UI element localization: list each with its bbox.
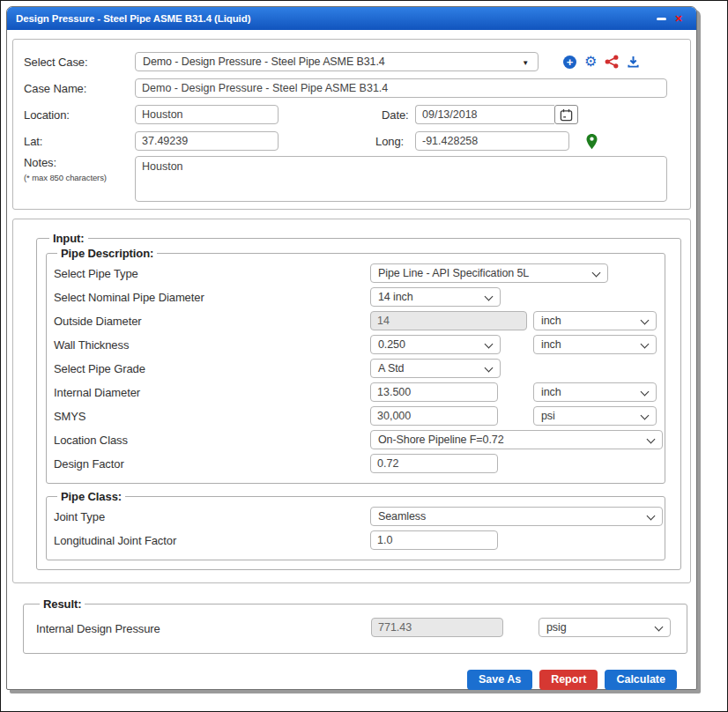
- internal-design-pressure-row: Internal Design Pressure psig: [36, 614, 678, 642]
- joint-type-row: Joint Type Seamless: [54, 505, 657, 529]
- map-pin-icon[interactable]: [585, 133, 598, 150]
- smys-unit-select[interactable]: psi: [533, 406, 657, 426]
- case-name-row: Case Name:: [24, 75, 680, 101]
- chevron-down-icon: [647, 435, 656, 444]
- calendar-icon: [560, 108, 573, 122]
- smys-input[interactable]: [370, 406, 498, 426]
- calculate-button[interactable]: Calculate: [605, 670, 677, 690]
- window-title: Design Pressure - Steel Pipe ASME B31.4 …: [16, 13, 652, 24]
- wall-thickness-select[interactable]: 0.250: [370, 335, 501, 354]
- internal-diameter-unit-select[interactable]: inch: [533, 382, 657, 402]
- share-icon[interactable]: [605, 55, 619, 69]
- nominal-diameter-label: Select Nominal Pipe Diameter: [54, 291, 204, 304]
- notes-label-block: Notes: (* max 850 characters): [24, 156, 135, 182]
- notes-label: Notes:: [24, 156, 135, 169]
- design-factor-input[interactable]: [370, 454, 498, 473]
- long-input[interactable]: [415, 131, 569, 151]
- pipe-grade-row: Select Pipe Grade A Std: [54, 357, 657, 381]
- date-label: Date:: [382, 108, 415, 122]
- internal-diameter-input[interactable]: [370, 382, 498, 402]
- pipe-type-value: Pipe Line - API Specification 5L: [378, 267, 529, 279]
- location-class-row: Location Class On-Shore Pipeline F=0.72: [54, 428, 657, 452]
- pipe-type-row: Select Pipe Type Pipe Line - API Specifi…: [54, 262, 657, 286]
- location-input[interactable]: [135, 105, 279, 124]
- internal-design-pressure-label: Internal Design Pressure: [36, 622, 160, 635]
- result-fieldset: Result: Internal Design Pressure psig: [23, 597, 687, 654]
- nominal-diameter-select[interactable]: 14 inch: [370, 287, 501, 307]
- nominal-diameter-value: 14 inch: [378, 291, 413, 303]
- notes-hint: (* max 850 characters): [24, 173, 135, 182]
- design-factor-row: Design Factor: [54, 452, 657, 476]
- design-factor-label: Design Factor: [54, 457, 124, 471]
- pipe-type-select[interactable]: Pipe Line - API Specification 5L: [370, 263, 608, 283]
- lat-long-row: Lat: Long:: [24, 128, 680, 154]
- chevron-down-icon: [647, 512, 656, 521]
- chevron-down-icon: [641, 316, 650, 325]
- date-input[interactable]: [415, 105, 554, 124]
- result-legend: Result:: [40, 597, 85, 611]
- smys-label: SMYS: [54, 410, 85, 423]
- outside-diameter-unit-select[interactable]: inch: [533, 311, 657, 330]
- pipe-description-legend: Pipe Description:: [57, 247, 157, 260]
- lat-input[interactable]: [135, 131, 279, 151]
- input-fieldset: Input: Pipe Description: Select Pipe Typ…: [36, 232, 681, 570]
- pipe-type-label: Select Pipe Type: [54, 267, 138, 280]
- internal-design-pressure-unit-select[interactable]: psig: [539, 618, 671, 637]
- smys-row: SMYS psi: [54, 404, 657, 428]
- case-name-input[interactable]: [135, 78, 667, 98]
- wall-thickness-row: Wall Thickness 0.250 inch: [54, 333, 657, 357]
- notes-row: Notes: (* max 850 characters) Houston: [24, 156, 680, 202]
- minimize-icon: [657, 18, 666, 20]
- input-panel: Input: Pipe Description: Select Pipe Typ…: [12, 219, 691, 583]
- case-actions: + ⚙: [563, 55, 640, 69]
- chevron-down-icon: [485, 364, 494, 373]
- chevron-down-icon: [485, 340, 494, 349]
- footer-actions: Save As Report Calculate: [7, 654, 696, 690]
- joint-type-value: Seamless: [378, 510, 426, 523]
- pipe-grade-select[interactable]: A Std: [370, 359, 501, 378]
- outside-diameter-input: [370, 311, 527, 330]
- wall-thickness-label: Wall Thickness: [54, 338, 129, 352]
- pipe-grade-value: A Std: [378, 362, 404, 375]
- smys-unit-value: psi: [541, 410, 555, 422]
- date-picker-button[interactable]: [554, 105, 578, 124]
- case-header-panel: Select Case: Demo - Design Pressure - St…: [12, 39, 691, 210]
- location-class-select[interactable]: On-Shore Pipeline F=0.72: [370, 430, 663, 449]
- dropdown-arrow-icon: ▼: [522, 60, 529, 67]
- select-case-label: Select Case:: [24, 56, 135, 69]
- location-class-label: Location Class: [54, 434, 128, 447]
- download-icon[interactable]: [627, 56, 640, 69]
- internal-diameter-unit-value: inch: [541, 386, 561, 398]
- pipe-grade-label: Select Pipe Grade: [54, 362, 145, 375]
- long-label: Long:: [375, 135, 415, 148]
- input-legend: Input:: [49, 232, 88, 245]
- location-class-value: On-Shore Pipeline F=0.72: [378, 434, 503, 446]
- location-date-row: Location: Date:: [24, 101, 680, 128]
- nominal-diameter-row: Select Nominal Pipe Diameter 14 inch: [54, 286, 657, 309]
- date-group: [415, 105, 578, 124]
- internal-design-pressure-input: [371, 618, 503, 637]
- pipe-class-fieldset: Pipe Class: Joint Type Seamless Longitud…: [46, 490, 665, 560]
- close-button[interactable]: ✕: [670, 11, 687, 26]
- wall-thickness-unit-select[interactable]: inch: [533, 335, 657, 354]
- add-case-icon[interactable]: +: [563, 56, 576, 69]
- dialog-window: Design Pressure - Steel Pipe ASME B31.4 …: [6, 6, 697, 690]
- outside-diameter-unit-value: inch: [541, 315, 561, 327]
- joint-type-select[interactable]: Seamless: [370, 507, 663, 526]
- minimize-button[interactable]: [652, 11, 670, 26]
- lat-label: Lat:: [24, 135, 135, 148]
- internal-diameter-label: Internal Diameter: [54, 386, 140, 399]
- outside-diameter-label: Outside Diameter: [54, 315, 142, 328]
- wall-thickness-value: 0.250: [378, 338, 405, 351]
- select-case-row: Select Case: Demo - Design Pressure - St…: [24, 48, 680, 75]
- save-as-button[interactable]: Save As: [467, 670, 532, 690]
- notes-textarea[interactable]: Houston: [135, 156, 667, 202]
- select-case-dropdown[interactable]: Demo - Design Pressure - Steel Pipe ASME…: [135, 52, 539, 71]
- report-button[interactable]: Report: [539, 670, 598, 690]
- internal-diameter-row: Internal Diameter inch: [54, 381, 657, 404]
- settings-gear-icon[interactable]: ⚙: [584, 55, 597, 69]
- chevron-down-icon: [641, 340, 650, 349]
- longitudinal-joint-factor-input[interactable]: [370, 530, 498, 550]
- location-label: Location:: [24, 108, 135, 122]
- case-name-label: Case Name:: [24, 82, 135, 95]
